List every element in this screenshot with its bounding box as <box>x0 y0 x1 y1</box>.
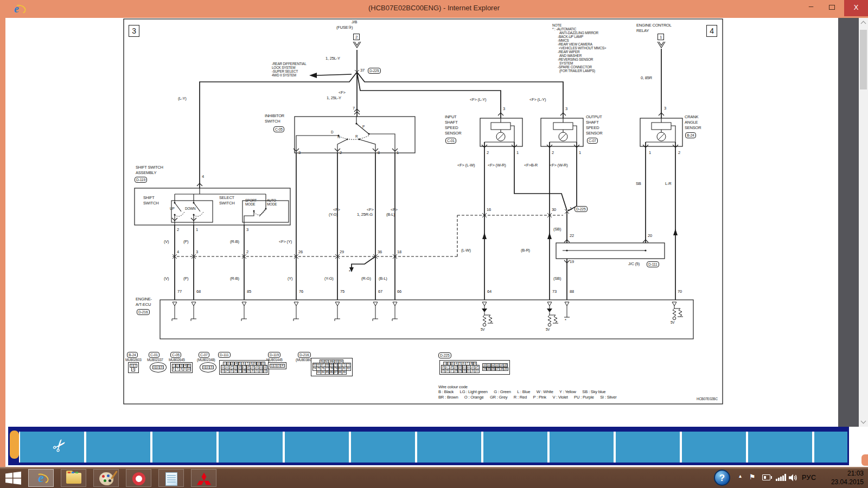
toolbar-cell-7[interactable] <box>417 432 481 463</box>
diagram-label: P <box>362 125 365 129</box>
diagram-label: 19 <box>570 260 574 265</box>
taskbar-paint-button[interactable] <box>93 469 119 487</box>
connector-pinout-D-111: 1234567891011121314151617181920212223242… <box>219 360 269 375</box>
battery-icon[interactable] <box>762 474 770 480</box>
diagram-label: 3 <box>298 151 301 156</box>
hidden-icons-arrow[interactable]: ▴ <box>739 473 742 479</box>
scrollbar[interactable] <box>859 18 868 427</box>
scissors-icon: ✂ <box>48 434 71 457</box>
diagram-label: 1 <box>658 34 664 40</box>
diagram-label: 88 <box>570 290 574 294</box>
diagram-label: (MU802348) <box>197 358 215 362</box>
toolbar-cell-8[interactable] <box>483 432 547 463</box>
diagram-label: D-119 <box>268 352 280 358</box>
diagram-label: <F> (Y) <box>279 240 292 245</box>
diagram-label: ENGINE CONTROL <box>636 23 672 28</box>
toolbar-cell-11[interactable] <box>682 432 746 463</box>
toolbar-cell-3[interactable] <box>152 432 216 463</box>
volume-icon[interactable] <box>789 474 798 481</box>
diagram-label: <F> <box>339 91 346 95</box>
diagram-label: 3 <box>664 106 666 111</box>
toolbar-cell-10[interactable] <box>616 432 680 463</box>
diagram-label: 73 <box>552 290 557 294</box>
diagram-label: 3 <box>196 250 198 255</box>
diagram-label: C-01 <box>445 138 456 144</box>
scroll-thumb[interactable] <box>860 30 867 89</box>
diagram-label: D-216 <box>298 352 311 358</box>
diagram-label: 30 <box>552 208 556 213</box>
help-icon[interactable]: ? <box>714 470 730 486</box>
diagram-label: D-225 <box>575 206 588 212</box>
diagram-label: 67 <box>378 290 382 294</box>
diagram-label: 77 <box>177 290 182 294</box>
diagram-label: 20 <box>648 234 652 239</box>
diagram-label: 2 <box>487 151 489 156</box>
connector-pinout-C-05: 12345678910 <box>170 362 193 373</box>
diagram-label: SENSOR <box>685 126 701 131</box>
diagram-label: 75 <box>340 290 344 294</box>
diagram-label: INPUT <box>445 115 457 120</box>
minimize-button[interactable]: – <box>801 0 821 16</box>
toolbar-cell-5[interactable] <box>285 432 349 463</box>
scroll-up-icon[interactable] <box>861 21 866 27</box>
connector-pin: 10 <box>187 367 191 371</box>
connector-pin: 82 <box>346 367 350 370</box>
diagram-label: BR : Brown O : Orange GR : Grey R : Red … <box>438 395 617 400</box>
diagram-label: D-119 <box>135 177 147 183</box>
taskbar-notepad-button[interactable] <box>158 469 184 487</box>
network-signal-icon[interactable] <box>776 474 787 481</box>
connector-pin: 33 <box>263 369 267 373</box>
toolbar-cell-2[interactable] <box>86 432 150 463</box>
taskbar-file-explorer-button[interactable] <box>61 469 86 487</box>
clock-date: 23.04.2015 <box>814 478 864 486</box>
connector-pin: 89 <box>342 370 346 374</box>
diagram-label: D <box>331 130 333 134</box>
clock[interactable]: 21:03 23.04.2015 <box>814 469 864 486</box>
diagram-label: SWITCH <box>143 201 158 206</box>
start-button[interactable] <box>5 471 22 485</box>
diagram-label: R <box>355 134 358 138</box>
diagram-label: 36 <box>378 250 382 255</box>
flag-icon[interactable]: ⚑ <box>749 473 756 481</box>
opera-icon <box>132 472 145 485</box>
toolbar-cell-12[interactable] <box>748 432 812 463</box>
diagram-label: B-24 <box>685 132 696 138</box>
diagram-label: ANGLE <box>685 120 698 125</box>
diagram-label: (L-Y) <box>178 97 187 101</box>
diagram-label: (Y) <box>288 277 292 281</box>
scroll-down-icon[interactable] <box>861 419 866 424</box>
toolbar-cell-4[interactable] <box>219 432 283 463</box>
toolbar-grip[interactable] <box>10 431 19 459</box>
diagram-label: 2 <box>246 250 248 255</box>
diagram-label: MU802645 <box>169 358 185 362</box>
taskbar-opera-button[interactable] <box>126 469 151 487</box>
window-title: (HCB07E02BC00ENG) - Internet Explorer <box>0 4 868 12</box>
connector-pin: 33 <box>475 369 479 373</box>
diagram-label: 3 <box>129 25 139 37</box>
toolbar-cell-13[interactable] <box>814 432 847 463</box>
diagram-label: HCB07E02BC <box>697 397 718 401</box>
diagram-label: C-05 <box>170 352 181 358</box>
paint-palette-icon <box>99 472 113 485</box>
taskbar-internet-explorer-button[interactable]: e <box>28 469 54 487</box>
close-button[interactable]: X <box>844 0 868 16</box>
diagram-label: N <box>337 135 340 139</box>
diagram-label: 29 <box>340 250 344 255</box>
window-border <box>0 18 5 467</box>
connector-pin: 3 <box>131 367 135 371</box>
clock-time: 21:03 <box>814 469 864 478</box>
connector-pinout-D-216: 6162JAE636465666768697071727374757677787… <box>311 358 353 376</box>
diagram-label: SHAFT <box>586 120 599 125</box>
toolbar-cell-1[interactable]: ✂ <box>20 432 84 463</box>
diagram-label: (R-B) <box>230 277 239 281</box>
taskbar-mitsubishi-button[interactable] <box>191 469 216 487</box>
toolbar-cell-9[interactable] <box>550 432 614 463</box>
diagram-label: 37 <box>360 68 365 73</box>
diagram-label: 3 <box>246 228 248 233</box>
toolbar-cells: ✂ <box>19 432 847 463</box>
titlebar: e (HCB07E02BC00ENG) - Internet Explorer … <box>0 0 868 18</box>
maximize-button[interactable] <box>821 0 842 16</box>
diagram-label: C-07 <box>199 352 209 358</box>
diagram-label: 22 <box>570 234 574 239</box>
toolbar-cell-6[interactable] <box>351 432 415 463</box>
